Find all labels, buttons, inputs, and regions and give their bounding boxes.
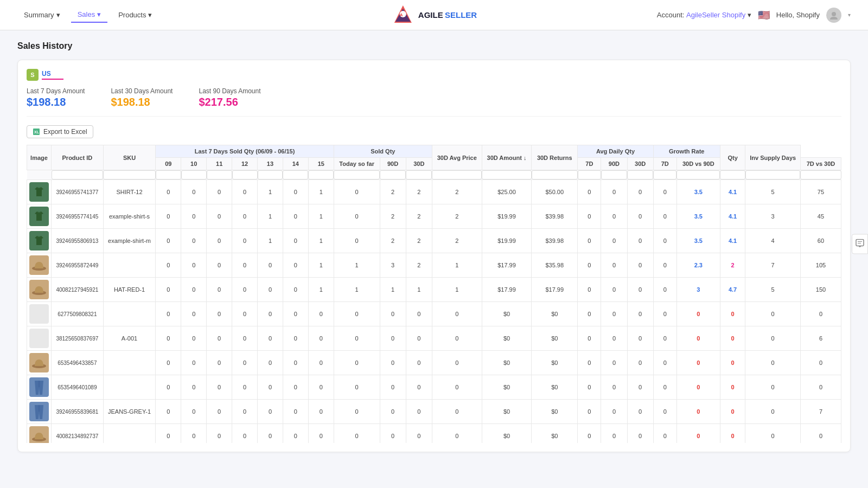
filter-d13[interactable] bbox=[258, 170, 283, 180]
filter-s30[interactable] bbox=[406, 170, 432, 180]
filter-avg-price-input[interactable] bbox=[482, 170, 532, 179]
account-name[interactable]: AgileSeller Shopify bbox=[686, 11, 745, 19]
cell-d09: 0 bbox=[156, 351, 181, 375]
cell-g730: 0 bbox=[720, 351, 745, 375]
cell-avg30: 0 bbox=[627, 375, 653, 400]
cell-s7: 0 bbox=[432, 351, 482, 375]
avatar[interactable] bbox=[826, 8, 841, 23]
account-chevron[interactable]: ▾ bbox=[748, 11, 751, 19]
stat-last7: Last 7 Days Amount $198.18 bbox=[27, 87, 85, 108]
filter-d14-input[interactable] bbox=[283, 170, 308, 179]
filter-d15-input[interactable] bbox=[308, 170, 334, 179]
filter-qty[interactable] bbox=[745, 170, 801, 180]
cell-ret30: 0 bbox=[578, 302, 601, 326]
filter-s30-input[interactable] bbox=[406, 170, 432, 179]
filter-d15[interactable] bbox=[308, 170, 334, 180]
col-d15: 15 bbox=[308, 158, 334, 170]
table-row: 39246955806913 example-shirt-m 0 0 0 0 1… bbox=[27, 229, 841, 253]
filter-g3090-input[interactable] bbox=[676, 170, 720, 179]
filter-avg90[interactable] bbox=[601, 170, 627, 180]
cell-d13: 0 bbox=[258, 400, 283, 424]
filter-avg30[interactable] bbox=[627, 170, 653, 180]
nav-left: Summary ▾ Sales ▾ Products ▾ bbox=[17, 7, 158, 23]
filter-ret30[interactable] bbox=[578, 170, 601, 180]
cell-inv: 150 bbox=[800, 278, 841, 302]
filter-qty-input[interactable] bbox=[745, 170, 801, 179]
cell-inv: 60 bbox=[800, 229, 841, 253]
filter-inv-input[interactable] bbox=[800, 170, 841, 179]
table-row: 39246955741377 SHIRT-12 0 0 0 0 1 0 1 0 … bbox=[27, 180, 841, 204]
filter-d09[interactable] bbox=[156, 170, 181, 180]
cell-amt30: $17.99 bbox=[532, 278, 578, 302]
main-content: Sales History S US Last 7 Days Amount $1… bbox=[0, 30, 868, 463]
cell-ret30: 0 bbox=[578, 253, 601, 278]
filter-today[interactable] bbox=[334, 170, 380, 180]
sidebar-message-icon[interactable] bbox=[852, 234, 868, 254]
filter-avg30-input[interactable] bbox=[627, 170, 653, 179]
filter-avg90-input[interactable] bbox=[601, 170, 627, 179]
filter-g3090[interactable] bbox=[676, 170, 720, 180]
cell-inv: 45 bbox=[800, 204, 841, 229]
svg-point-4 bbox=[832, 12, 836, 16]
filter-d13-input[interactable] bbox=[258, 170, 283, 179]
cell-d11: 0 bbox=[207, 204, 232, 229]
cell-g3090: 0 bbox=[676, 351, 720, 375]
cell-image bbox=[27, 400, 52, 424]
nav-summary[interactable]: Summary ▾ bbox=[17, 8, 67, 22]
cell-d10: 0 bbox=[181, 326, 207, 351]
filter-s7[interactable] bbox=[432, 170, 482, 180]
filter-s7-input[interactable] bbox=[432, 170, 482, 179]
col-avg7d: 7D bbox=[653, 158, 676, 170]
cell-avg-price: $19.99 bbox=[482, 229, 532, 253]
filter-amt30-input[interactable] bbox=[532, 170, 578, 179]
filter-g730[interactable] bbox=[720, 170, 745, 180]
user-menu-chevron[interactable]: ▾ bbox=[848, 12, 851, 18]
filter-sku[interactable] bbox=[103, 170, 156, 180]
filter-d14[interactable] bbox=[283, 170, 308, 180]
filter-d12[interactable] bbox=[232, 170, 258, 180]
nav-sales[interactable]: Sales ▾ bbox=[71, 7, 108, 23]
filter-d09-input[interactable] bbox=[156, 170, 181, 179]
export-excel-button[interactable]: XL Export to Excel bbox=[27, 125, 93, 138]
cell-amt30: $0 bbox=[532, 326, 578, 351]
filter-d12-input[interactable] bbox=[232, 170, 258, 179]
cell-avg30: 0 bbox=[627, 278, 653, 302]
filter-s90[interactable] bbox=[380, 170, 406, 180]
col-30d-amount: 30D Amount ↓ bbox=[482, 145, 532, 170]
cell-image bbox=[27, 302, 52, 326]
filter-d11-input[interactable] bbox=[207, 170, 232, 179]
cell-image bbox=[27, 326, 52, 351]
filter-avg7[interactable] bbox=[653, 170, 676, 180]
filter-s90-input[interactable] bbox=[380, 170, 406, 179]
cell-s7: 0 bbox=[432, 400, 482, 424]
col-30d-avg-price: 30D Avg Price bbox=[432, 145, 482, 170]
table-container[interactable]: Image Product ID SKU Last 7 Days Sold Qt… bbox=[27, 145, 841, 443]
account-label: Account: AgileSeller Shopify ▾ bbox=[657, 11, 751, 19]
filter-product-id-input[interactable] bbox=[52, 170, 104, 179]
filter-amt30[interactable] bbox=[532, 170, 578, 180]
filter-today-input[interactable] bbox=[334, 170, 380, 179]
filter-g730-input[interactable] bbox=[720, 170, 745, 179]
cell-d15: 1 bbox=[308, 278, 334, 302]
filter-avg7-input[interactable] bbox=[653, 170, 676, 179]
excel-icon: XL bbox=[33, 128, 40, 136]
group-avg-daily-header: Avg Daily Qty bbox=[578, 145, 653, 158]
shopify-letter: S bbox=[30, 72, 34, 78]
cell-avg-price: $0 bbox=[482, 302, 532, 326]
cell-s90: 0 bbox=[380, 424, 406, 444]
cell-d14: 0 bbox=[283, 351, 308, 375]
filter-d11[interactable] bbox=[207, 170, 232, 180]
cell-d10: 0 bbox=[181, 278, 207, 302]
cell-s30: 0 bbox=[406, 424, 432, 444]
filter-inv[interactable] bbox=[800, 170, 841, 180]
filter-product-id[interactable] bbox=[52, 170, 104, 180]
logo-icon: A bbox=[391, 3, 415, 27]
cell-g3090: 0 bbox=[676, 424, 720, 444]
filter-sku-input[interactable] bbox=[103, 170, 156, 179]
filter-avg-price[interactable] bbox=[482, 170, 532, 180]
col-30d-returns: 30D Returns bbox=[532, 145, 578, 170]
nav-products[interactable]: Products ▾ bbox=[112, 8, 158, 22]
filter-d10-input[interactable] bbox=[181, 170, 207, 179]
filter-ret30-input[interactable] bbox=[578, 170, 601, 179]
filter-d10[interactable] bbox=[181, 170, 207, 180]
